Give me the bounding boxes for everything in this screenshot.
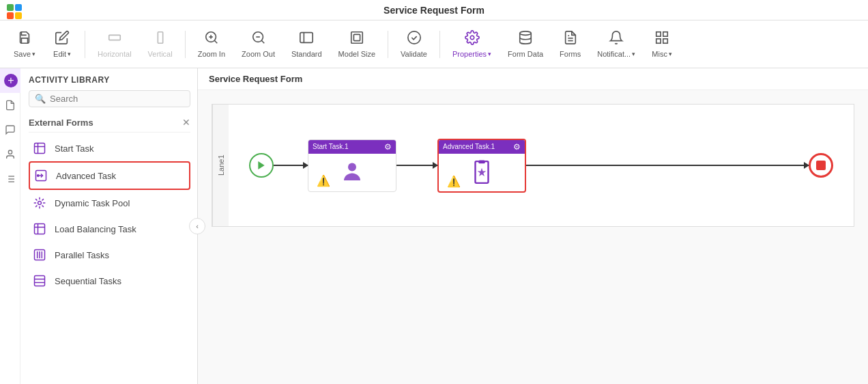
properties-label: Properties [452,50,487,58]
vertical-label: Vertical [148,50,173,58]
svg-rect-0 [109,35,121,40]
model-size-label: Model Size [338,50,375,58]
save-label: Save [14,50,31,58]
svg-line-7 [261,40,264,43]
arrow-1 [274,165,308,166]
model-size-button[interactable]: Model Size [332,27,382,61]
validate-button[interactable]: Validate [394,27,434,61]
forms-label: Forms [560,50,581,58]
library-item-advanced-task[interactable]: Advanced Task [29,161,190,190]
warning-badge-1: ⚠️ [317,174,330,187]
sidebar-icon-forms[interactable] [0,93,20,118]
lane-label: Lane1 [212,105,229,226]
close-section-button[interactable]: ✕ [182,117,190,128]
svg-rect-20 [663,39,667,43]
zoom-out-button[interactable]: Zoom Out [235,27,282,61]
svg-rect-36 [35,224,45,234]
svg-point-34 [38,175,40,177]
library-item-parallel-tasks[interactable]: Parallel Tasks [29,242,190,268]
svg-line-3 [214,40,217,43]
notifications-icon [609,30,624,47]
search-input[interactable] [50,94,184,104]
arrow-2 [396,165,437,166]
model-size-icon [349,30,364,47]
horizontal-button: Horizontal [91,27,139,61]
forms-icon [563,30,578,47]
clipboard-star-icon [469,159,495,185]
dynamic-task-pool-label: Dynamic Task Pool [55,198,130,208]
misc-icon [654,30,669,47]
svg-point-14 [520,31,532,36]
arrow-3 [526,165,809,166]
add-activity-button[interactable]: + [4,74,18,87]
toolbar-divider-2 [185,31,186,58]
properties-button[interactable]: Properties▾ [446,27,498,61]
validate-label: Validate [401,50,427,58]
zoom-in-icon [204,30,219,47]
svg-rect-47 [478,161,485,164]
svg-point-13 [470,36,474,40]
horizontal-icon [107,30,122,47]
toolbar: Save▾ Edit▾ Horizontal Vertical Zoom In … [0,20,868,68]
vertical-button: Vertical [141,27,179,61]
form-data-icon [518,30,533,47]
svg-rect-1 [158,32,162,44]
start-task-body: ⚠️ [308,154,396,191]
svg-point-45 [348,163,356,172]
svg-rect-9 [300,33,313,43]
toolbar-divider-1 [85,31,85,58]
library-item-start-task[interactable]: Start Task [29,135,190,161]
standard-icon [299,30,314,47]
misc-label: Misc [652,50,667,58]
standard-label: Standard [291,50,322,58]
sidebar-icon-chat[interactable] [0,118,20,142]
notifications-label: Notificat... [597,50,631,58]
start-task-settings-icon[interactable]: ⚙ [384,142,392,152]
advanced-task-title: Advanced Task.1 [443,143,495,150]
form-data-button[interactable]: Form Data [501,27,550,61]
standard-button[interactable]: Standard [285,27,329,61]
form-data-label: Form Data [508,50,543,58]
advanced-task-body: ⚠️ [439,154,525,191]
sidebar-icon-list[interactable] [0,167,20,191]
library-item-dynamic-task-pool[interactable]: Dynamic Task Pool [29,190,190,216]
sequential-tasks-label: Sequential Tasks [55,276,121,286]
sidebar-icons [0,68,20,384]
start-task-node[interactable]: Start Task.1 ⚙ ⚠️ [308,139,396,192]
library-item-sequential-tasks[interactable]: Sequential Tasks [29,268,190,294]
activity-library-title: ACTIVITY LIBRARY [29,75,190,85]
section-title: External Forms [29,118,93,128]
search-box: 🔍 [29,90,190,107]
advanced-task-node[interactable]: Advanced Task.1 ⚙ ⚠️ [437,139,526,193]
end-node[interactable] [809,153,833,178]
start-task-title: Start Task.1 [313,143,349,150]
canvas-content: Lane1 Start Task.1 ⚙ [198,104,868,343]
person-icon [340,160,364,184]
edit-icon [55,30,70,47]
parallel-tasks-icon [31,247,48,263]
start-task-header: Start Task.1 ⚙ [308,140,396,154]
start-node[interactable] [249,153,274,178]
library-items: Start Task Advanced Task Dynamic Task Po… [29,135,190,294]
notifications-button[interactable]: Notificat...▾ [590,27,642,61]
sidebar-collapse-button[interactable]: ‹ [189,218,205,234]
svg-point-25 [8,150,12,154]
toolbar-divider-4 [439,31,440,58]
save-button[interactable]: Save▾ [7,27,42,61]
zoom-in-button[interactable]: Zoom In [191,27,232,61]
forms-button[interactable]: Forms [553,27,588,61]
lane-container: Lane1 Start Task.1 ⚙ [212,104,854,227]
search-icon: 🔍 [35,94,46,104]
canvas-title: Service Request Form [198,68,868,90]
library-item-load-balancing-task[interactable]: Load Balancing Task [29,216,190,242]
edit-button[interactable]: Edit▾ [45,27,79,61]
advanced-task-icon [33,167,49,184]
misc-button[interactable]: Misc▾ [645,27,679,61]
parallel-tasks-label: Parallel Tasks [55,250,109,260]
dynamic-task-pool-icon [31,195,48,211]
advanced-task-settings-icon[interactable]: ⚙ [513,142,521,152]
lane-content: Start Task.1 ⚙ ⚠️ [229,105,854,226]
start-task-label: Start Task [55,143,94,154]
sidebar-icon-user[interactable] [0,142,20,167]
load-balancing-task-label: Load Balancing Task [55,224,136,234]
